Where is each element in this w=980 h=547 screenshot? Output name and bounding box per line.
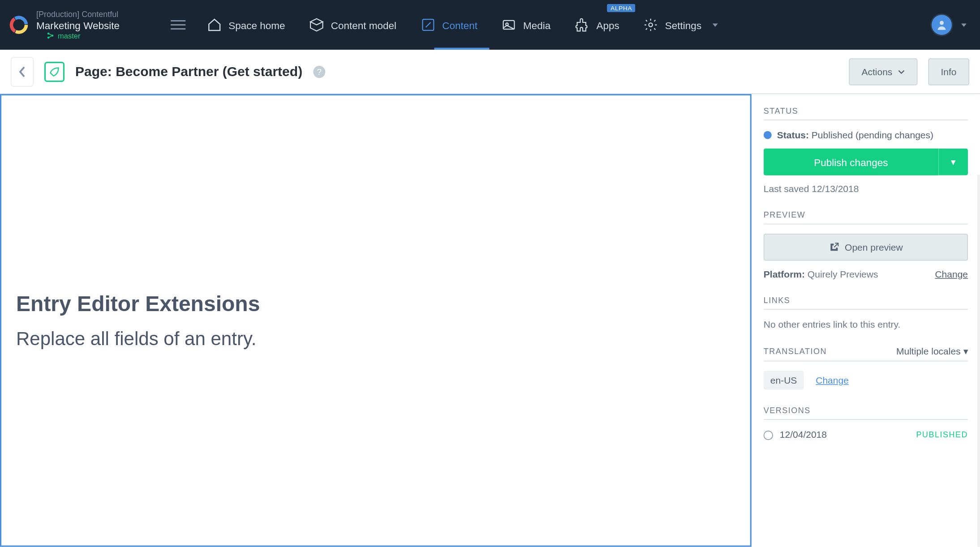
entry-title: Page: Become Partner (Get started) <box>75 64 302 80</box>
status-prefix: Status: <box>777 130 809 141</box>
translation-change-link[interactable]: Change <box>816 375 849 385</box>
open-preview-button[interactable]: Open preview <box>764 234 968 261</box>
chevron-down-icon <box>898 69 904 73</box>
preview-heading: PREVIEW <box>764 210 968 225</box>
external-link-icon <box>829 242 839 252</box>
sidebar: STATUS Status: Published (pending change… <box>752 94 980 547</box>
versions-panel: VERSIONS 12/04/2018 PUBLISHED <box>764 406 968 440</box>
translation-mode-select[interactable]: Multiple locales ▾ <box>896 346 968 357</box>
links-panel: LINKS No other entries link to this entr… <box>764 295 968 330</box>
locale-chip: en-US <box>764 371 804 389</box>
nav-label: Settings <box>665 19 701 31</box>
publish-dropdown[interactable]: ▾ <box>938 149 968 175</box>
preview-panel: PREVIEW Open preview Platform: Quirely P… <box>764 210 968 280</box>
radio-icon <box>764 431 773 440</box>
links-heading: LINKS <box>764 295 968 310</box>
canvas-heading: Entry Editor Extensions <box>16 291 750 316</box>
topnav: [Production] Contentful Marketing Websit… <box>0 0 980 50</box>
nav-items: Space home Content model Content Media A… <box>195 0 918 50</box>
media-icon <box>502 17 516 32</box>
links-text: No other entries link to this entry. <box>764 319 968 330</box>
chevron-down-icon <box>961 23 967 27</box>
translation-panel: TRANSLATION Multiple locales ▾ en-US Cha… <box>764 346 968 390</box>
version-row[interactable]: 12/04/2018 PUBLISHED <box>764 429 968 440</box>
back-button[interactable] <box>11 57 34 86</box>
contentful-logo-icon <box>9 16 28 34</box>
svg-point-10 <box>940 21 944 25</box>
preview-change-link[interactable]: Change <box>935 269 968 279</box>
versions-heading: VERSIONS <box>764 406 968 420</box>
nav-space-home[interactable]: Space home <box>195 0 297 50</box>
nav-label: Content <box>442 19 477 31</box>
box-icon <box>309 17 324 32</box>
nav-settings[interactable]: Settings <box>632 0 730 50</box>
home-icon <box>207 17 222 32</box>
user-menu[interactable] <box>918 0 980 50</box>
publish-label: Publish changes <box>814 156 888 168</box>
editor-body: Entry Editor Extensions Replace all fiel… <box>0 94 980 547</box>
nav-content[interactable]: Content <box>408 0 490 50</box>
translation-heading: TRANSLATION <box>764 346 827 356</box>
brand-block: [Production] Contentful Marketing Websit… <box>0 0 195 50</box>
publish-button[interactable]: Publish changes <box>764 149 938 175</box>
platform-prefix: Platform: <box>764 269 805 279</box>
version-date: 12/04/2018 <box>780 429 827 440</box>
version-state: PUBLISHED <box>916 430 968 440</box>
nav-label: Space home <box>228 19 285 31</box>
open-preview-label: Open preview <box>845 242 903 252</box>
entry-type-icon <box>44 61 64 81</box>
space-menu-toggle[interactable] <box>171 17 185 32</box>
brand-env: [Production] Contentful <box>36 9 120 19</box>
status-panel: STATUS Status: Published (pending change… <box>764 106 968 194</box>
platform-value: Quirely Previews <box>808 269 878 279</box>
pen-icon <box>421 17 435 32</box>
chevron-down-icon: ▾ <box>951 157 956 167</box>
last-saved: Last saved 12/13/2018 <box>764 184 968 194</box>
puzzle-icon <box>575 17 589 32</box>
nav-label: Media <box>523 19 550 31</box>
gear-icon <box>644 17 658 32</box>
chevron-left-icon <box>17 65 27 78</box>
status-value: Published (pending changes) <box>812 130 933 141</box>
actions-label: Actions <box>861 66 892 77</box>
avatar <box>932 15 952 35</box>
status-heading: STATUS <box>764 106 968 120</box>
nav-content-model[interactable]: Content model <box>297 0 408 50</box>
canvas-subtext: Replace all fields of an entry. <box>16 328 750 350</box>
brand-space: Marketing Website <box>36 19 120 31</box>
translation-mode: Multiple locales <box>896 346 961 357</box>
chevron-down-icon: ▾ <box>963 346 968 357</box>
actions-button[interactable]: Actions <box>849 58 917 85</box>
brand-branch: master <box>47 31 120 40</box>
editor-canvas: Entry Editor Extensions Replace all fiel… <box>0 94 752 547</box>
branch-name: master <box>58 31 80 40</box>
info-button[interactable]: Info <box>928 58 969 85</box>
status-row: Status: Published (pending changes) <box>764 130 968 141</box>
nav-label: Apps <box>596 19 619 31</box>
nav-label: Content model <box>331 19 396 31</box>
nav-apps[interactable]: Apps ALPHA <box>563 0 631 50</box>
svg-point-9 <box>649 23 653 26</box>
editor-header: Page: Become Partner (Get started) ? Act… <box>0 50 980 94</box>
nav-media[interactable]: Media <box>490 0 563 50</box>
branch-icon <box>47 32 54 39</box>
status-dot-icon <box>764 131 772 139</box>
info-label: Info <box>941 66 956 77</box>
chevron-down-icon <box>712 23 718 27</box>
help-icon[interactable]: ? <box>313 65 325 77</box>
scrollbar[interactable] <box>977 175 980 547</box>
